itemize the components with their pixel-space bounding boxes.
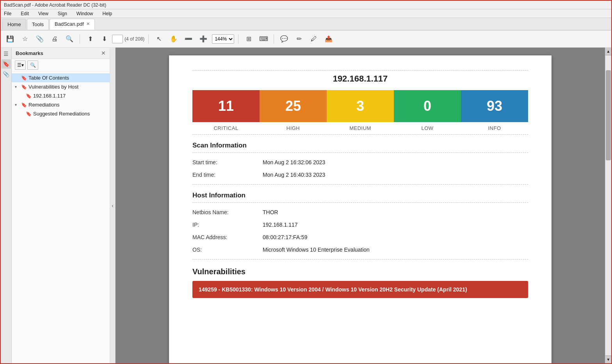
host-netbios-row: Netbios Name: THOR [192, 206, 528, 218]
bookmark-item-suggested-rem[interactable]: 🔖 Suggested Remediations [12, 109, 110, 118]
critical-label: CRITICAL [213, 125, 238, 131]
host-mac-value: 08:00:27:17:FA:59 [263, 231, 528, 243]
draw-btn[interactable]: ✏ [293, 33, 305, 45]
touch-btn[interactable]: ⌨ [257, 33, 270, 45]
menu-bar: File Edit View Sign Window Help [1, 9, 611, 18]
share-btn[interactable]: 📤 [322, 33, 335, 45]
tab-home-label: Home [7, 21, 21, 27]
scroll-thumb[interactable] [606, 70, 611, 160]
menu-view[interactable]: View [37, 10, 50, 17]
remediations-expand[interactable]: ▾ [15, 103, 20, 107]
severity-info: 93 [461, 90, 528, 122]
tab-home[interactable]: Home [2, 19, 26, 30]
left-icon-strip: ☰ 🔖 📎 [1, 48, 12, 363]
vuln-host-bookmark-icon: 🔖 [21, 84, 27, 90]
severity-bar: 11 25 3 0 93 [192, 90, 528, 122]
bookmarks-icon-btn[interactable]: 🔖 [2, 59, 11, 69]
severity-low: 0 [394, 90, 461, 122]
high-count: 25 [285, 98, 301, 114]
bookmark-item-ip[interactable]: 🔖 192.168.1.117 [12, 91, 110, 100]
page-down-btn[interactable]: ⬇ [98, 33, 110, 45]
separator-3 [238, 34, 238, 44]
tab-file[interactable]: BadScan.pdf ✕ [50, 19, 94, 30]
zoom-in-btn[interactable]: ➕ [197, 33, 210, 45]
select-tool-btn[interactable]: ↖ [153, 33, 165, 45]
suggested-rem-label: Suggested Remediations [33, 111, 90, 117]
attachment-icon-btn[interactable]: 📎 [2, 69, 11, 79]
tab-bar: Home Tools BadScan.pdf ✕ [1, 18, 611, 30]
vuln-host-expand[interactable]: ▾ [15, 85, 20, 89]
window-title: BadScan.pdf - Adobe Acrobat Reader DC (3… [4, 2, 608, 8]
ip-label: 192.168.1.117 [33, 93, 66, 99]
sidebar-content: 🔖 Table Of Contents ▾ 🔖 Vulnerabilities … [12, 72, 110, 363]
menu-window[interactable]: Window [75, 10, 95, 17]
toc-label: Table Of Contents [28, 75, 69, 81]
save-btn[interactable]: 💾 [4, 33, 16, 45]
menu-help[interactable]: Help [101, 10, 114, 17]
bookmark-item-vuln-host[interactable]: ▾ 🔖 Vulnerabilities by Host [12, 82, 110, 91]
view-options-btn[interactable]: ⊞ [242, 33, 255, 45]
scroll-down-btn[interactable]: ▼ [605, 355, 611, 363]
suggested-rem-bookmark-icon: 🔖 [26, 111, 32, 117]
ip-address-title: 192.168.1.117 [192, 74, 528, 84]
page-navigation: ⬆ ⬇ 4 (4 of 208) [84, 33, 144, 45]
menu-file[interactable]: File [2, 10, 13, 17]
vuln-item-0[interactable]: 149259 - KB5001330: Windows 10 Version 2… [192, 281, 528, 298]
comment-btn[interactable]: 💬 [278, 33, 290, 45]
bookmark-options-btn[interactable]: ☰▾ [15, 60, 26, 70]
toolbar: 💾 ☆ 📎 🖨 🔍 ⬆ ⬇ 4 (4 of 208) ↖ ✋ ➖ ➕ 144% … [1, 30, 611, 48]
divider-5 [192, 259, 528, 259]
scroll-up-btn[interactable]: ▲ [605, 48, 611, 55]
zoom-level-select[interactable]: 144% [212, 34, 234, 44]
scan-info-table: Start time: Mon Aug 2 16:32:06 2023 End … [192, 156, 528, 181]
attach-btn[interactable]: 📎 [34, 33, 46, 45]
main-area: ☰ 🔖 📎 Bookmarks ✕ ☰▾ 🔍 🔖 Table Of Conten… [1, 48, 611, 363]
host-os-value: Microsoft Windows 10 Enterprise Evaluati… [263, 243, 528, 256]
info-label: INFO [488, 125, 501, 131]
bookmark-btn[interactable]: ☆ [19, 33, 31, 45]
zoom-out-btn[interactable]: ➖ [182, 33, 195, 45]
pdf-page: 192.168.1.117 11 25 3 0 [169, 55, 552, 363]
critical-count: 11 [218, 98, 234, 114]
medium-count: 3 [356, 98, 364, 114]
host-mac-label: MAC Address: [192, 231, 263, 243]
host-mac-row: MAC Address: 08:00:27:17:FA:59 [192, 231, 528, 243]
application-window: BadScan.pdf - Adobe Acrobat Reader DC (3… [0, 0, 612, 364]
scrollbar[interactable]: ▲ ▼ [605, 48, 611, 363]
tab-tools[interactable]: Tools [27, 19, 49, 30]
sidebar-collapse-handle[interactable]: ‹ [110, 48, 116, 363]
high-label: HIGH [286, 125, 300, 131]
page-total-label: (4 of 208) [125, 36, 144, 42]
scan-end-row: End time: Mon Aug 2 16:40:33 2023 [192, 169, 528, 181]
pdf-area[interactable]: 192.168.1.117 11 25 3 0 [116, 48, 605, 363]
highlight-btn[interactable]: 🖊 [308, 33, 320, 45]
scan-info-heading: Scan Information [192, 142, 528, 149]
page-up-btn[interactable]: ⬆ [84, 33, 96, 45]
tab-close-icon[interactable]: ✕ [86, 21, 90, 27]
sidebar-close-btn[interactable]: ✕ [101, 50, 106, 56]
search-btn[interactable]: 🔍 [63, 33, 76, 45]
scan-start-label: Start time: [192, 156, 263, 169]
hand-tool-btn[interactable]: ✋ [167, 33, 180, 45]
divider-3 [192, 184, 528, 185]
menu-sign[interactable]: Sign [56, 10, 69, 17]
top-divider [192, 70, 528, 71]
toc-bookmark-icon: 🔖 [21, 75, 27, 81]
print-btn[interactable]: 🖨 [48, 33, 61, 45]
page-number-input[interactable]: 4 [112, 35, 123, 43]
scroll-track[interactable] [605, 55, 611, 355]
page-thumbnail-icon-btn[interactable]: ☰ [2, 49, 11, 59]
scan-end-value: Mon Aug 2 16:40:33 2023 [263, 169, 528, 181]
host-netbios-value: THOR [263, 206, 528, 218]
bookmark-item-remediations[interactable]: ▾ 🔖 Remediations [12, 100, 110, 109]
bookmark-search-btn[interactable]: 🔍 [27, 60, 38, 70]
sidebar-toolbar: ☰▾ 🔍 [12, 59, 110, 72]
title-bar: BadScan.pdf - Adobe Acrobat Reader DC (3… [1, 1, 611, 9]
info-count: 93 [487, 98, 502, 114]
bookmark-item-toc[interactable]: 🔖 Table Of Contents [12, 73, 110, 82]
scan-end-label: End time: [192, 169, 263, 181]
remediations-label: Remediations [28, 102, 60, 108]
host-ip-value: 192.168.1.117 [263, 218, 528, 231]
scan-start-row: Start time: Mon Aug 2 16:32:06 2023 [192, 156, 528, 169]
menu-edit[interactable]: Edit [19, 10, 30, 17]
